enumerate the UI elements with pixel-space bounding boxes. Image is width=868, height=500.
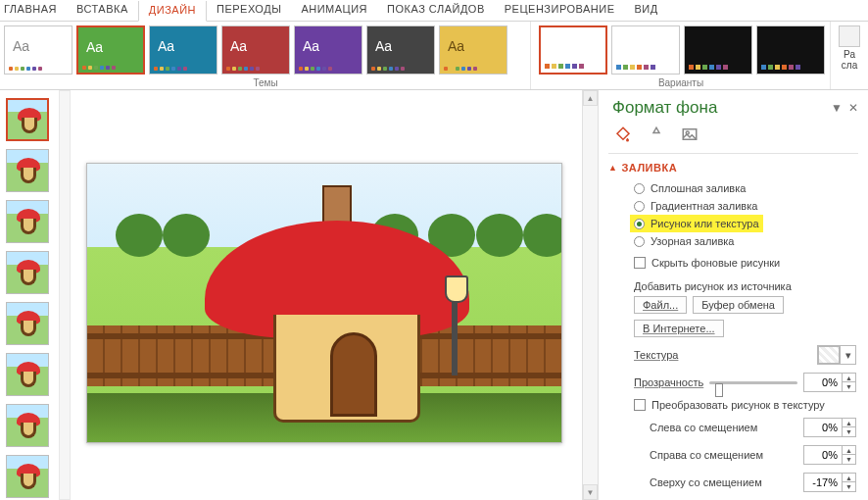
fill-section-label: ЗАЛИВКА [621, 162, 677, 174]
scroll-up-icon[interactable]: ▲ [583, 90, 598, 106]
ribbon-content: AaAaAaAaAaAaAa Ра сла Темы Варианты [0, 22, 868, 90]
theme-swatch-5[interactable]: Aa [294, 25, 362, 75]
theme-swatch-2[interactable]: Aa [76, 25, 145, 75]
theme-swatch-4[interactable]: Aa [221, 25, 290, 75]
slide-size-icon[interactable] [839, 25, 860, 47]
transparency-label: Прозрачность [634, 376, 703, 388]
fill-options: Сплошная заливка Градиентная заливка Рис… [599, 177, 868, 254]
ribbon-tab-slideshow[interactable]: ПОКАЗ СЛАЙДОВ [377, 0, 495, 21]
insert-file-button[interactable]: Файл... [634, 296, 687, 314]
variant-swatch-4[interactable] [756, 25, 825, 75]
ribbon-tab-view[interactable]: ВИД [625, 0, 668, 21]
slide-thumbnails [0, 90, 59, 500]
picture-tab-icon[interactable] [679, 124, 700, 145]
variant-swatch-2[interactable] [611, 25, 680, 75]
offset-left-label: Слева со смещением [650, 422, 757, 433]
step-up-icon[interactable]: ▲ [843, 374, 855, 382]
slide-canvas[interactable] [86, 163, 562, 443]
offset-left-spinner[interactable]: ▲▼ [803, 418, 856, 437]
panel-menu-icon[interactable]: ▼ [831, 101, 843, 115]
house-graphic [205, 189, 469, 430]
insert-online-button[interactable]: В Интернете... [634, 320, 724, 337]
theme-swatch-1[interactable]: Aa [4, 25, 72, 75]
slide-thumb-1[interactable] [6, 98, 49, 141]
slide-thumb-2[interactable] [6, 149, 49, 192]
group-label-variants: Варианты [531, 77, 831, 88]
opt-solid-fill[interactable]: Сплошная заливка [634, 179, 868, 197]
effects-tab-icon[interactable] [646, 124, 667, 145]
tile-as-texture-check[interactable]: Преобразовать рисунок в текстуру [599, 396, 868, 414]
transparency-spinner[interactable]: ▲▼ [803, 373, 856, 392]
transparency-slider[interactable] [709, 373, 797, 392]
offset-top-spinner[interactable]: ▲▼ [803, 473, 856, 492]
workspace: ▲ ▼ Формат фона ▼ ✕ ▲ ЗАЛИВКА Сплошная з… [0, 90, 868, 500]
opt-hide-bg-graphics[interactable]: Скрыть фоновые рисунки [599, 254, 868, 275]
opt-picture-fill[interactable]: Рисунок или текстура [630, 215, 763, 232]
svg-marker-0 [653, 127, 659, 132]
group-label-themes: Темы [0, 77, 531, 88]
slide-thumb-4[interactable] [6, 251, 49, 294]
slide-canvas-area: ▲ ▼ [59, 90, 598, 500]
ribbon-tab-home[interactable]: ГЛАВНАЯ [2, 0, 67, 21]
insert-clipboard-button[interactable]: Буфер обмена [693, 296, 784, 314]
ribbon-tab-animation[interactable]: АНИМАЦИЯ [291, 0, 377, 21]
collapse-icon: ▲ [608, 163, 617, 173]
fill-tab-icon[interactable] [612, 124, 634, 145]
panel-title: Формат фона [612, 98, 717, 118]
slide-size-group: Ра сла [831, 22, 868, 89]
offset-right-label: Справа со смещением [650, 449, 763, 461]
slide-thumb-8[interactable] [6, 455, 49, 498]
opt-gradient-fill[interactable]: Градиентная заливка [634, 197, 868, 215]
texture-picker[interactable]: ▾ [817, 345, 856, 365]
chevron-down-icon[interactable]: ▾ [840, 346, 855, 364]
texture-label: Текстура [634, 349, 678, 361]
theme-swatch-7[interactable]: Aa [439, 25, 507, 75]
ribbon-tab-transitions[interactable]: ПЕРЕХОДЫ [207, 0, 291, 21]
panel-close-icon[interactable]: ✕ [848, 101, 858, 115]
ribbon-tabs: ГЛАВНАЯ ВСТАВКА ДИЗАЙН ПЕРЕХОДЫ АНИМАЦИЯ… [0, 0, 868, 22]
canvas-scrollbar[interactable]: ▲ ▼ [582, 90, 598, 500]
slide-thumb-7[interactable] [6, 404, 49, 447]
ribbon-tab-design[interactable]: ДИЗАЙН [138, 1, 207, 22]
ribbon-tab-review[interactable]: РЕЦЕНЗИРОВАНИЕ [495, 0, 625, 21]
variant-swatch-3[interactable] [684, 25, 752, 75]
insert-from-label: Добавить рисунок из источника [634, 280, 856, 296]
slide-size-label: Ра сла [835, 49, 864, 71]
variant-swatch-1[interactable] [539, 25, 607, 75]
theme-swatch-3[interactable]: Aa [149, 25, 217, 75]
theme-swatch-6[interactable]: Aa [366, 25, 435, 75]
thumbnails-scrollbar[interactable] [59, 90, 71, 500]
scroll-down-icon[interactable]: ▼ [583, 484, 598, 500]
opt-pattern-fill[interactable]: Узорная заливка [634, 232, 868, 250]
step-down-icon[interactable]: ▼ [843, 382, 855, 391]
ribbon-tab-insert[interactable]: ВСТАВКА [67, 0, 138, 21]
format-background-panel: Формат фона ▼ ✕ ▲ ЗАЛИВКА Сплошная залив… [598, 90, 868, 500]
slide-thumb-5[interactable] [6, 302, 49, 345]
texture-preview-icon [818, 346, 840, 364]
slide-thumb-6[interactable] [6, 353, 49, 396]
fill-section-header[interactable]: ▲ ЗАЛИВКА [599, 158, 868, 177]
offset-right-spinner[interactable]: ▲▼ [803, 445, 856, 465]
offset-top-label: Сверху со смещением [650, 476, 762, 488]
slide-thumb-3[interactable] [6, 200, 49, 243]
